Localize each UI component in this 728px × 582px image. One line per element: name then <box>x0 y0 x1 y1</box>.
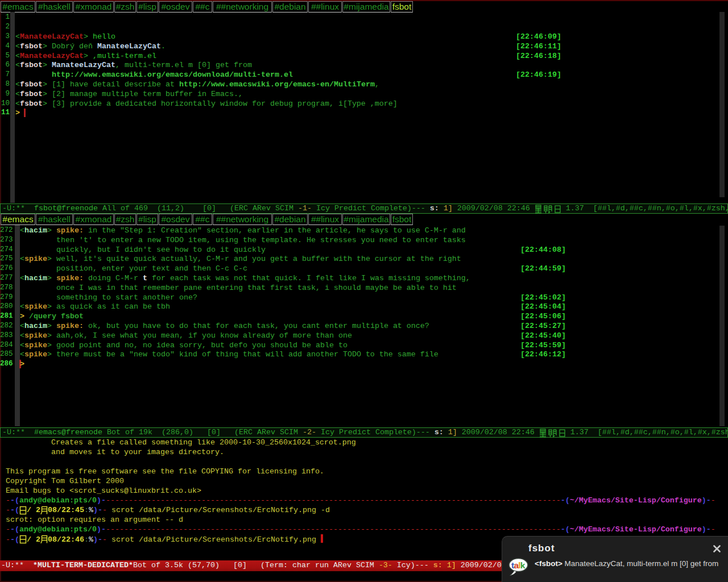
svg-text:talk: talk <box>511 560 526 570</box>
